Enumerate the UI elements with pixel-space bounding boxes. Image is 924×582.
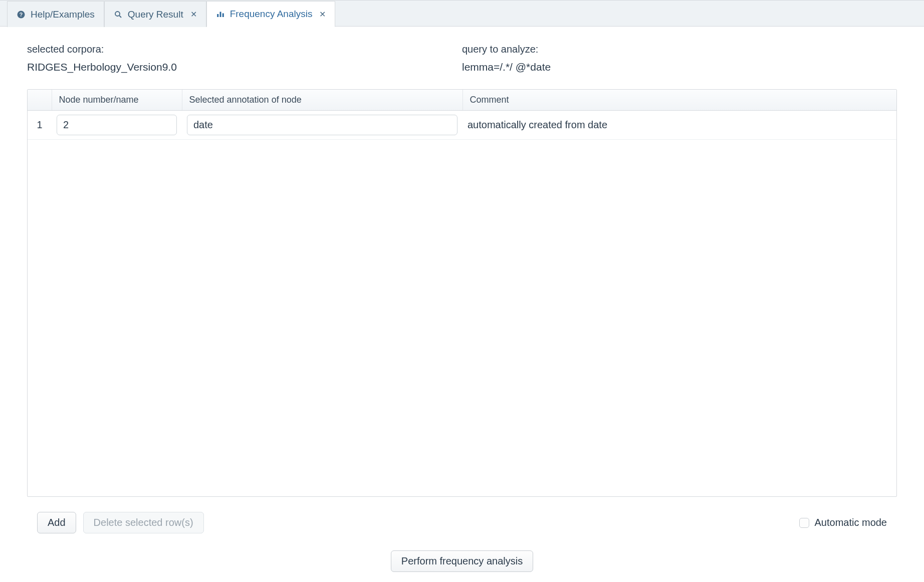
header-comment: Comment (463, 90, 896, 111)
svg-rect-5 (219, 12, 221, 18)
tab-frequency-analysis[interactable]: Frequency Analysis ✕ (206, 1, 336, 27)
table-row[interactable]: 1 automatically created from date (28, 111, 896, 140)
perform-analysis-button[interactable]: Perform frequency analysis (391, 550, 533, 572)
tab-label: Help/Examples (31, 9, 95, 20)
meta-row: selected corpora: RIDGES_Herbology_Versi… (27, 44, 897, 73)
table-header-row: Node number/name Selected annotation of … (28, 90, 896, 111)
table-empty-space (28, 140, 896, 496)
svg-line-3 (119, 16, 121, 18)
checkbox-icon[interactable] (799, 518, 809, 528)
header-node: Node number/name (52, 90, 182, 111)
query-value: lemma=/.*/ @*date (462, 61, 897, 73)
perform-row: Perform frequency analysis (27, 550, 897, 572)
corpora-column: selected corpora: RIDGES_Herbology_Versi… (27, 44, 462, 73)
search-icon (114, 10, 123, 19)
tab-label: Query Result (128, 9, 183, 20)
controls-row: Add Delete selected row(s) Automatic mod… (27, 497, 897, 533)
row-comment: automatically created from date (463, 111, 896, 140)
query-column: query to analyze: lemma=/.*/ @*date (462, 44, 897, 73)
definition-table: Node number/name Selected annotation of … (27, 89, 897, 497)
delete-rows-button[interactable]: Delete selected row(s) (83, 512, 204, 533)
svg-text:?: ? (20, 11, 23, 17)
tab-query-result[interactable]: Query Result ✕ (104, 1, 206, 27)
help-icon: ? (17, 10, 26, 19)
tab-bar: ? Help/Examples Query Result ✕ Frequency… (0, 1, 924, 27)
close-icon[interactable]: ✕ (319, 10, 326, 19)
automatic-mode-label: Automatic mode (814, 517, 887, 528)
bar-chart-icon (216, 10, 225, 19)
corpora-value: RIDGES_Herbology_Version9.0 (27, 61, 462, 73)
left-controls: Add Delete selected row(s) (37, 512, 204, 533)
node-number-input[interactable] (57, 115, 177, 135)
add-button[interactable]: Add (37, 512, 76, 533)
svg-rect-4 (217, 14, 218, 17)
corpora-label: selected corpora: (27, 44, 462, 55)
svg-rect-6 (222, 14, 223, 18)
header-index (28, 90, 52, 111)
close-icon[interactable]: ✕ (190, 10, 197, 19)
header-annotation: Selected annotation of node (182, 90, 463, 111)
row-index: 1 (28, 111, 52, 140)
automatic-mode-toggle[interactable]: Automatic mode (799, 517, 887, 528)
tab-label: Frequency Analysis (230, 9, 313, 20)
svg-point-2 (115, 12, 120, 16)
annotation-input[interactable] (187, 115, 457, 135)
content-area: selected corpora: RIDGES_Herbology_Versi… (0, 27, 924, 572)
app-frame: ? Help/Examples Query Result ✕ Frequency… (0, 0, 924, 582)
query-label: query to analyze: (462, 44, 897, 55)
tab-help-examples[interactable]: ? Help/Examples (7, 1, 104, 27)
